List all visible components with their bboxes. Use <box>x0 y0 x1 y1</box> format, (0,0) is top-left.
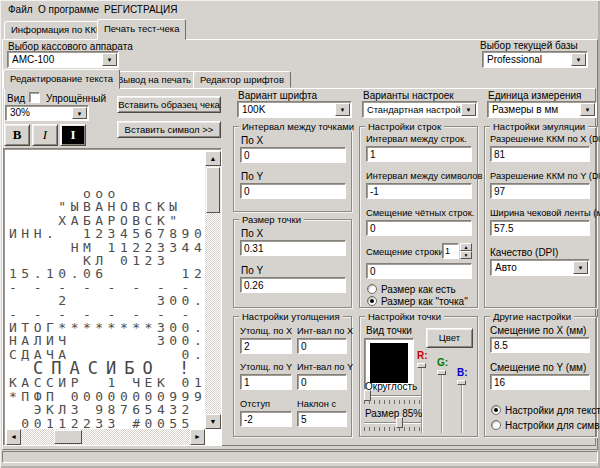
thicken-y-input[interactable] <box>240 374 292 390</box>
menu-item-about[interactable]: О программе <box>38 4 99 15</box>
char-interval-input[interactable] <box>366 183 472 199</box>
simplified-label[interactable]: Упрощённый <box>46 93 106 104</box>
italic-button[interactable]: I <box>32 124 58 146</box>
receipt-lines[interactable]: ооо "ЫВАНОВСКЫ ХАБАРОВСК"ИНН. 1234567890… <box>6 151 205 429</box>
interval-x-input[interactable] <box>297 338 347 354</box>
scroll-left-icon[interactable]: ◄ <box>6 429 21 445</box>
size-as-dot-label[interactable]: Размер как "точка" <box>381 296 468 307</box>
receipt-line: ИТОГ********300. <box>9 321 205 334</box>
tab-print-test-receipt[interactable]: Печать тест-чека <box>97 19 186 40</box>
tab-font-editor[interactable]: Редактор шрифтов <box>193 71 291 88</box>
shift-x-input[interactable] <box>490 337 590 353</box>
red-slider-thumb[interactable] <box>417 363 426 368</box>
vscroll-thumb[interactable] <box>206 167 220 213</box>
interval-y-input[interactable] <box>297 374 347 390</box>
dot-interval-y-label: По Y <box>241 171 263 182</box>
dot-interval-x-label: По X <box>241 135 263 146</box>
dot-size-y-input[interactable] <box>240 277 346 293</box>
tab-kkm-info[interactable]: Информация по ККМ <box>4 21 111 39</box>
tab-print-output[interactable]: Вывод на печать <box>110 71 198 88</box>
font-variant-label: Вариант шрифта <box>238 90 317 101</box>
dropdown-arrow-icon[interactable]: ▼ <box>102 53 117 66</box>
dropdown-arrow-icon[interactable]: ▼ <box>335 103 350 116</box>
green-slider[interactable] <box>441 370 443 433</box>
receipt-line: НАЛИЧ 300. <box>9 334 205 347</box>
dot-interval-y-input[interactable] <box>240 183 346 199</box>
menu-item-registration[interactable]: РЕГИСТРАЦИЯ <box>104 4 177 15</box>
even-shift-input[interactable] <box>366 220 472 236</box>
slant-input[interactable] <box>297 411 347 427</box>
quality-label: Качество (DPI) <box>490 247 558 258</box>
settings-for-symbols-label[interactable]: Настройки для симв. <box>505 420 600 431</box>
red-slider[interactable] <box>421 363 423 433</box>
shift-x-label: Смещение по X (мм) <box>490 325 586 336</box>
tape-width-input[interactable] <box>490 220 590 236</box>
base-combo[interactable]: Professional ▼ <box>482 51 588 68</box>
unit-combo[interactable]: Размеры в мм ▼ <box>487 101 597 118</box>
receipt-line: "ЫВАНОВСКЫ <box>9 200 205 213</box>
settings-for-text-radio[interactable] <box>491 405 501 415</box>
spin-up-icon[interactable]: ▲ <box>460 243 472 251</box>
font-variant-combo[interactable]: 100K ▼ <box>237 101 352 118</box>
kkm-combo-value: АМС-100 <box>12 54 54 65</box>
insert-sample-button[interactable]: Вставить образец чека <box>117 96 221 113</box>
hscroll-thumb[interactable] <box>54 430 82 444</box>
line-interval-label: Интервал между строк. <box>366 134 467 145</box>
emulation-group: Настройки эмуляции Разрешение ККМ по X (… <box>484 126 597 308</box>
inverse-button[interactable]: I <box>60 124 86 146</box>
scroll-down-icon[interactable]: ▼ <box>205 414 221 429</box>
settings-variant-combo[interactable]: Стандартная настройка ▼ <box>362 101 478 118</box>
receipt-line: - - - - - - - - - <box>9 308 205 321</box>
size-as-dot-radio[interactable] <box>367 296 377 306</box>
dropdown-arrow-icon[interactable]: ▼ <box>573 261 588 274</box>
dot-interval-x-input[interactable] <box>240 147 346 163</box>
line-shift-spinner-value[interactable] <box>442 243 459 259</box>
roundness-slider[interactable] <box>364 387 421 403</box>
kkm-combo[interactable]: АМС-100 ▼ <box>7 51 119 68</box>
spin-down-icon[interactable]: ▼ <box>460 251 472 259</box>
receipt-line: КЛ 0123 <box>9 254 205 267</box>
dropdown-arrow-icon[interactable]: ▼ <box>580 103 595 116</box>
menu-item-file[interactable]: Файл <box>8 4 33 15</box>
settings-for-text-label[interactable]: Настройки для текста <box>505 405 600 416</box>
scroll-up-icon[interactable]: ▲ <box>205 151 221 166</box>
char-interval-label: Интервал между символов <box>366 171 482 182</box>
receipt-hscrollbar[interactable]: ◄ ► <box>6 429 205 445</box>
quality-combo[interactable]: Авто ▼ <box>490 259 590 276</box>
other-title: Другие настройки <box>490 311 574 322</box>
size-as-is-radio[interactable] <box>367 284 377 294</box>
thicken-x-input[interactable] <box>240 338 292 354</box>
settings-for-symbols-radio[interactable] <box>491 420 501 430</box>
insert-symbol-button[interactable]: Вставить символ >> <box>117 121 221 138</box>
green-slider-thumb[interactable] <box>437 370 446 375</box>
dropdown-arrow-icon[interactable]: ▼ <box>571 53 586 66</box>
blue-slider[interactable] <box>461 380 463 433</box>
dropdown-arrow-icon[interactable]: ▼ <box>461 103 476 116</box>
app-window: Файл О программе РЕГИСТРАЦИЯ Информация … <box>0 0 600 468</box>
receipt-vscrollbar[interactable]: ▲ ▼ <box>205 151 221 429</box>
color-button[interactable]: Цвет <box>426 328 473 348</box>
dot-size-group: Размер точки По X По Y <box>233 219 352 308</box>
scroll-right-icon[interactable]: ► <box>190 429 205 445</box>
emulation-title: Настройки эмуляции <box>490 121 588 132</box>
receipt-line: 15.10.06 12: <box>9 267 205 280</box>
tab-edit-text[interactable]: Редактирование текста <box>3 69 120 89</box>
res-x-input[interactable] <box>490 146 590 162</box>
indent-input[interactable] <box>240 411 292 427</box>
dot-size-slider[interactable] <box>364 414 421 430</box>
res-y-input[interactable] <box>490 183 590 199</box>
unit-value: Размеры в мм <box>492 104 558 115</box>
blue-slider-thumb[interactable] <box>457 380 466 385</box>
dropdown-arrow-icon[interactable]: ▼ <box>72 107 87 119</box>
simplified-checkbox[interactable] <box>29 92 40 103</box>
dot-size-x-input[interactable] <box>240 240 346 256</box>
line-shift-input[interactable] <box>366 263 472 279</box>
bold-button[interactable]: B <box>4 124 30 146</box>
zoom-combo-value: 30% <box>10 107 30 118</box>
size-as-is-label[interactable]: Размер как есть <box>381 284 456 295</box>
shift-y-input[interactable] <box>490 374 590 390</box>
dot-preview-swatch <box>370 343 408 383</box>
zoom-combo[interactable]: 30% ▼ <box>5 105 89 121</box>
indent-label: Отступ <box>240 399 270 410</box>
line-interval-input[interactable] <box>366 146 472 162</box>
